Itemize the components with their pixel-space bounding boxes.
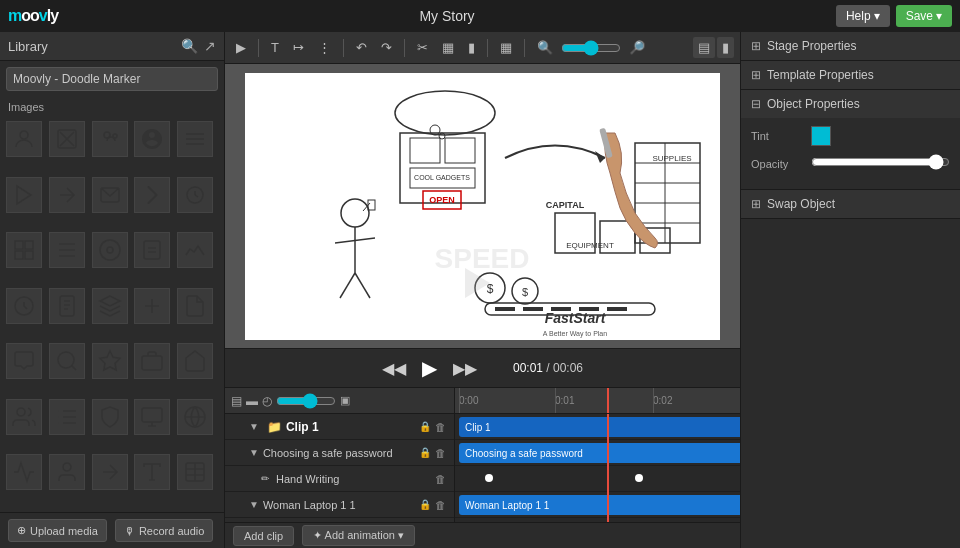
list-item[interactable] — [177, 288, 213, 324]
list-item[interactable] — [49, 177, 85, 213]
tint-color-picker[interactable] — [811, 126, 831, 146]
timeline-fit-icon[interactable]: ▣ — [340, 394, 350, 407]
list-item[interactable] — [134, 343, 170, 379]
list-item[interactable] — [177, 454, 213, 490]
list-item[interactable] — [49, 343, 85, 379]
arrange-button[interactable]: ▦ — [495, 37, 517, 58]
timeline-clock-icon[interactable]: ◴ — [262, 394, 272, 408]
list-item[interactable] — [6, 177, 42, 213]
list-item[interactable] — [6, 399, 42, 435]
list-item[interactable] — [134, 399, 170, 435]
svg-rect-19 — [60, 296, 74, 316]
list-item[interactable] — [177, 232, 213, 268]
save-button[interactable]: Save ▾ — [896, 5, 952, 27]
list-item[interactable] — [134, 288, 170, 324]
text-tool[interactable]: T — [266, 37, 284, 58]
zoom-out-button[interactable]: 🔍 — [532, 37, 558, 58]
list-item[interactable] — [92, 399, 128, 435]
list-item[interactable] — [49, 121, 85, 157]
distribute-tool[interactable]: ⋮ — [313, 37, 336, 58]
timeline-list-icon[interactable]: ▬ — [246, 394, 258, 408]
collapse-icon[interactable]: ▼ — [249, 447, 259, 458]
expand-icon[interactable]: ↗ — [204, 38, 216, 54]
list-item[interactable] — [49, 288, 85, 324]
play-button[interactable]: ▶ — [422, 356, 437, 380]
svg-text:COOL GADGETS: COOL GADGETS — [414, 174, 470, 181]
list-item[interactable] — [92, 288, 128, 324]
search-icon[interactable]: 🔍 — [181, 38, 198, 54]
template-properties-header[interactable]: ⊞ Template Properties — [741, 61, 960, 89]
list-item[interactable] — [134, 454, 170, 490]
help-button[interactable]: Help ▾ — [836, 5, 890, 27]
list-item[interactable] — [6, 121, 42, 157]
collapse-icon[interactable]: ▼ — [249, 499, 259, 510]
upload-media-button[interactable]: ⊕ Upload media — [8, 519, 107, 542]
clip-bar-clip1[interactable]: Clip 1 — [459, 417, 740, 437]
zoom-controls: 🔍 🔎 — [532, 37, 650, 58]
toolbar-separator — [487, 39, 488, 57]
canvas[interactable]: COOL GADGETS OPEN — [245, 73, 720, 340]
delete-icon[interactable]: 🗑 — [435, 447, 446, 459]
list-item[interactable] — [6, 288, 42, 324]
list-item[interactable] — [177, 399, 213, 435]
tint-label: Tint — [751, 130, 811, 142]
timeline-zoom-slider[interactable] — [276, 393, 336, 409]
stage-properties-header[interactable]: ⊞ Stage Properties — [741, 32, 960, 60]
list-item[interactable] — [6, 232, 42, 268]
template-properties-label: Template Properties — [767, 68, 874, 82]
swap-object-label: Swap Object — [767, 197, 835, 211]
delete-icon[interactable]: 🗑 — [435, 499, 446, 511]
cut-button[interactable]: ✂ — [412, 37, 433, 58]
list-item[interactable] — [92, 454, 128, 490]
add-clip-button[interactable]: Add clip — [233, 526, 294, 546]
layout-grid-button[interactable]: ▤ — [693, 37, 715, 58]
list-item[interactable] — [92, 177, 128, 213]
undo-button[interactable]: ↶ — [351, 37, 372, 58]
zoom-in-button[interactable]: 🔎 — [624, 37, 650, 58]
select-tool[interactable]: ▶ — [231, 37, 251, 58]
list-item[interactable] — [92, 232, 128, 268]
time-separator: / — [546, 361, 553, 375]
folder-icon: 📁 — [267, 420, 282, 434]
redo-button[interactable]: ↷ — [376, 37, 397, 58]
record-audio-button[interactable]: 🎙 Record audio — [115, 519, 213, 542]
fast-forward-button[interactable]: ▶▶ — [453, 359, 477, 378]
collapse-icon[interactable]: ▼ — [249, 421, 259, 432]
timeline-ruler[interactable]: 0:00 0:01 0:02 0:03 0:04 0:05 0:06 — [455, 388, 740, 414]
delete-button[interactable]: ▮ — [463, 37, 480, 58]
timeline-grid-icon[interactable]: ▤ — [231, 394, 242, 408]
delete-icon[interactable]: 🗑 — [435, 473, 446, 485]
add-animation-button[interactable]: ✦ Add animation ▾ — [302, 525, 415, 546]
list-item[interactable] — [177, 121, 213, 157]
list-item[interactable] — [177, 177, 213, 213]
list-item[interactable] — [92, 343, 128, 379]
opacity-slider[interactable] — [811, 154, 950, 170]
list-item[interactable] — [49, 399, 85, 435]
rewind-button[interactable]: ◀◀ — [382, 359, 406, 378]
svg-rect-90 — [579, 307, 599, 311]
align-tool[interactable]: ↦ — [288, 37, 309, 58]
list-item[interactable] — [134, 121, 170, 157]
clip-bar-woman[interactable]: Woman Laptop 1 1 — [459, 495, 740, 515]
copy-button[interactable]: ▦ — [437, 37, 459, 58]
list-item[interactable] — [134, 232, 170, 268]
list-item[interactable] — [49, 454, 85, 490]
library-dropdown[interactable]: Moovly - Doodle Marker — [6, 67, 218, 91]
list-item[interactable] — [6, 454, 42, 490]
delete-icon[interactable]: 🗑 — [435, 421, 446, 433]
swap-object-header[interactable]: ⊞ Swap Object — [741, 190, 960, 218]
list-item[interactable] — [134, 177, 170, 213]
list-item[interactable] — [6, 343, 42, 379]
list-item[interactable] — [49, 232, 85, 268]
list-item[interactable] — [92, 121, 128, 157]
zoom-slider[interactable] — [561, 40, 621, 56]
minus-icon: ⊟ — [751, 97, 761, 111]
object-properties-header[interactable]: ⊟ Object Properties — [741, 90, 960, 118]
layout-list-button[interactable]: ▮ — [717, 37, 734, 58]
clip-bar-safe[interactable]: Choosing a safe password — [459, 443, 740, 463]
svg-marker-27 — [100, 351, 120, 370]
list-item[interactable] — [177, 343, 213, 379]
svg-rect-11 — [25, 241, 33, 249]
playback-controls: ◀◀ ▶ ▶▶ 00:01 / 00:06 — [225, 348, 740, 388]
timeline-footer: Add clip ✦ Add animation ▾ — [225, 522, 740, 548]
